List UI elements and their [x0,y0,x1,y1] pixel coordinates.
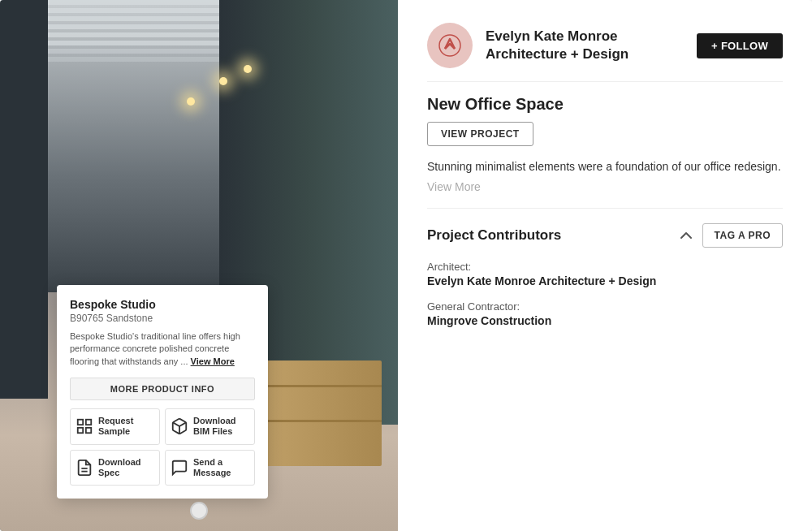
carousel-indicator[interactable] [190,502,208,520]
main-container: Bespoke Studio B90765 Sandstone Bespoke … [0,0,812,531]
product-subtitle: B90765 Sandstone [70,313,255,324]
send-message-label: Send aMessage [193,457,231,478]
project-title: New Office Space [427,95,783,114]
contributor-role-contractor: General Contractor: [427,300,783,313]
doc-icon [76,459,93,477]
svg-rect-0 [78,420,83,425]
svg-point-7 [438,34,461,57]
download-spec-label: DownloadSpec [98,457,141,478]
download-spec-button[interactable]: DownloadSpec [70,450,160,486]
wall-left [0,0,48,399]
contributors-collapse-button[interactable] [678,227,694,244]
cube-icon [171,417,188,435]
contributor-role-architect: Architect: [427,261,783,273]
product-card: Bespoke Studio B90765 Sandstone Bespoke … [57,285,268,499]
request-sample-label: RequestSample [98,416,133,437]
download-bim-button[interactable]: DownloadBIM Files [165,408,255,444]
request-sample-button[interactable]: RequestSample [70,408,160,444]
light-1 [187,97,195,106]
chevron-up-icon [679,228,693,243]
download-bim-label: DownloadBIM Files [193,416,236,437]
left-panel: Bespoke Studio B90765 Sandstone Bespoke … [0,0,398,531]
project-description: Stunning minimalist elements were a foun… [427,158,783,175]
right-panel: Evelyn Kate Monroe Architecture + Design… [398,0,812,531]
contributor-name-architect: Evelyn Kate Monroe Architecture + Design [427,274,783,287]
grid-icon [76,417,93,435]
svg-rect-3 [86,428,91,433]
architecture-logo-icon [437,32,463,58]
tag-pro-button[interactable]: TAG A PRO [702,223,783,248]
firm-header: Evelyn Kate Monroe Architecture + Design… [427,23,783,68]
svg-rect-1 [86,420,91,425]
view-project-button[interactable]: VIEW PROJECT [427,122,533,146]
product-title: Bespoke Studio [70,298,255,311]
contributors-header: Project Contributors TAG A PRO [427,223,783,248]
product-view-more-link[interactable]: View More [191,356,235,366]
divider-1 [427,81,783,82]
action-grid: RequestSample DownloadBIM Files [70,408,255,486]
contributors-title: Project Contributors [427,227,670,244]
project-view-more[interactable]: View More [427,180,783,193]
chat-icon [171,459,188,477]
more-product-info-button[interactable]: MORE PRODUCT INFO [70,378,255,400]
contributor-architect: Architect: Evelyn Kate Monroe Architectu… [427,261,783,287]
follow-button[interactable]: + FOLLOW [697,33,783,58]
divider-2 [427,208,783,209]
product-desc: Bespoke Studio's traditional line offers… [70,330,255,368]
light-3 [244,65,252,73]
contributor-name-contractor: Mingrove Construction [427,314,783,327]
contributor-contractor: General Contractor: Mingrove Constructio… [427,300,783,327]
send-message-button[interactable]: Send aMessage [165,450,255,486]
light-2 [219,77,227,85]
firm-name: Evelyn Kate Monroe Architecture + Design [486,28,684,63]
firm-name-block: Evelyn Kate Monroe Architecture + Design [486,28,684,63]
firm-logo [427,23,473,68]
svg-rect-2 [78,428,83,433]
